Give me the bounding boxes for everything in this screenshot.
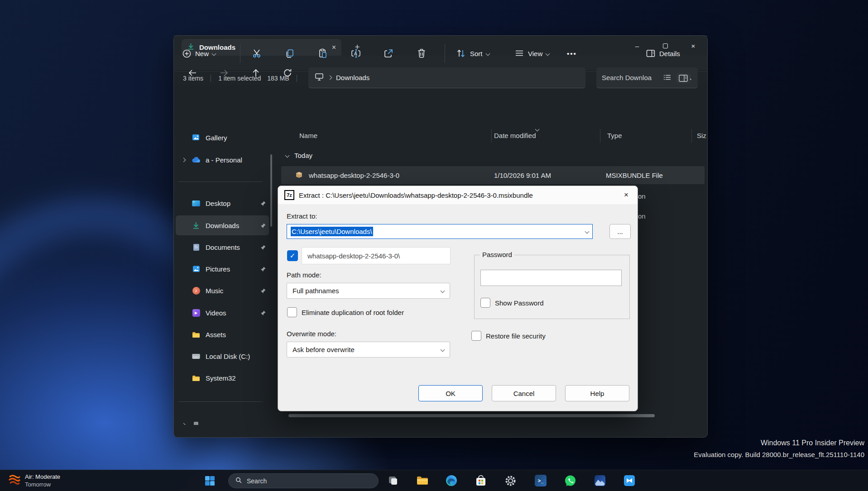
sidebar-item-local-disk-c[interactable]: Local Disk (C:) <box>176 346 269 366</box>
address-bar[interactable]: Downloads <box>308 67 585 88</box>
sidebar-item-gallery[interactable]: Gallery <box>176 128 269 148</box>
sort-button[interactable]: Sort <box>456 48 489 59</box>
sort-direction-icon <box>535 127 540 132</box>
occluded-row-type-fragment: on <box>638 212 646 220</box>
hard-disk-icon <box>191 353 201 359</box>
powershell-icon[interactable]: >_ <box>534 474 547 487</box>
sidebar-item-desktop[interactable]: Desktop <box>176 193 269 213</box>
paste-icon <box>317 48 328 59</box>
pin-icon <box>257 200 269 206</box>
blue-app-icon[interactable] <box>623 474 636 487</box>
maximize-icon <box>663 43 668 48</box>
onedrive-cloud-icon <box>191 157 201 163</box>
device-icon <box>191 421 201 425</box>
overwrite-mode-label: Overwrite mode: <box>287 330 336 338</box>
column-header-type[interactable]: Type <box>607 132 622 139</box>
combobox-chevron-icon[interactable] <box>585 229 590 234</box>
password-input[interactable] <box>480 270 622 286</box>
column-header-size[interactable]: Siz <box>697 132 706 139</box>
pin-icon <box>257 223 269 229</box>
use-subfolder-checkbox[interactable]: ✓ <box>287 250 298 261</box>
rename-button[interactable]: A <box>350 48 362 59</box>
photos-icon[interactable] <box>594 474 606 487</box>
7zip-extract-dialog: 7z Extract : C:\Users\jeetu\Downloads\wh… <box>278 186 638 411</box>
sidebar-item-assets[interactable]: Assets <box>176 324 269 344</box>
show-password-checkbox[interactable] <box>480 298 490 308</box>
sidebar-item-onedrive-personal[interactable]: a - Personal <box>176 150 269 170</box>
paste-button[interactable] <box>317 48 328 59</box>
up-button[interactable] <box>249 66 263 80</box>
horizontal-scrollbar[interactable] <box>288 414 655 417</box>
pictures-icon <box>191 265 201 273</box>
edge-browser-icon[interactable] <box>445 474 458 487</box>
cancel-button[interactable]: Cancel <box>492 385 556 401</box>
plus-circle-icon <box>182 49 192 58</box>
file-explorer-icon[interactable] <box>416 474 429 487</box>
back-button[interactable] <box>185 66 200 80</box>
password-groupbox: Password <box>474 255 630 319</box>
restore-file-security-checkbox[interactable] <box>471 331 481 341</box>
watermark-line1: Windows 11 Pro Insider Preview <box>694 437 864 449</box>
forward-button[interactable] <box>217 66 231 80</box>
collapse-chevron-icon <box>285 153 290 158</box>
large-view-toggle[interactable] <box>676 73 690 83</box>
sidebar-item-clipped[interactable] <box>176 415 269 425</box>
group-header-today[interactable]: Today <box>286 152 312 159</box>
navigation-pane: Gallery a - Personal Desktop D <box>174 125 272 425</box>
sidebar-item-downloads[interactable]: Downloads <box>176 215 269 235</box>
help-button[interactable]: Help <box>565 385 629 401</box>
occluded-row-type-fragment: on <box>638 192 646 200</box>
pin-icon <box>257 266 269 272</box>
weather-widget[interactable]: Air: Moderate Tomorrow <box>8 473 60 488</box>
extract-path-combobox[interactable]: C:\Users\jeetu\Downloads\ <box>287 224 593 239</box>
overwrite-mode-dropdown[interactable]: Ask before overwrite <box>287 342 450 358</box>
details-pane-icon <box>646 48 656 58</box>
close-button[interactable]: × <box>679 36 707 56</box>
browse-button[interactable]: ... <box>609 224 631 239</box>
dialog-title-bar: 7z Extract : C:\Users\jeetu\Downloads\wh… <box>278 186 638 204</box>
subfolder-name-field[interactable]: whatsapp-desktop-2-2546-3-0\ <box>302 247 451 264</box>
column-header-name[interactable]: Name <box>299 132 317 139</box>
start-button[interactable] <box>203 474 216 487</box>
delete-button[interactable] <box>416 48 427 59</box>
eliminate-duplication-checkbox[interactable] <box>287 307 297 317</box>
sidebar-item-system32[interactable]: System32 <box>176 368 269 388</box>
sidebar-item-videos[interactable]: ▶ Videos <box>176 303 269 323</box>
share-button[interactable] <box>383 48 394 59</box>
new-button[interactable]: New <box>182 49 216 58</box>
folder-icon <box>191 331 201 338</box>
tab-close-icon[interactable]: × <box>332 44 336 51</box>
sidebar-item-documents[interactable]: Documents <box>176 237 269 257</box>
sort-icon <box>456 48 466 59</box>
cut-button[interactable] <box>252 48 263 59</box>
sidebar-item-pictures[interactable]: Pictures <box>176 259 269 279</box>
dialog-close-icon[interactable]: × <box>621 191 631 200</box>
show-password-label: Show Password <box>495 299 544 307</box>
details-view-toggle[interactable] <box>663 73 672 83</box>
refresh-button[interactable] <box>280 66 295 80</box>
file-date: 1/10/2026 9:01 AM <box>494 172 551 179</box>
task-view-icon[interactable] <box>387 474 399 487</box>
microsoft-store-icon[interactable] <box>475 474 487 487</box>
ok-button[interactable]: OK <box>418 385 483 401</box>
taskbar-search[interactable]: Search <box>228 473 379 488</box>
more-options-button[interactable]: ••• <box>567 50 577 57</box>
expand-chevron-icon <box>181 423 186 425</box>
path-mode-dropdown[interactable]: Full pathnames <box>287 283 450 299</box>
column-header-date-modified[interactable]: Date modified <box>494 132 536 139</box>
dialog-title: Extract : C:\Users\jeetu\Downloads\whats… <box>299 191 617 199</box>
weather-primary: Air: Moderate <box>25 473 60 481</box>
copy-button[interactable] <box>284 48 295 59</box>
view-button[interactable]: View <box>514 48 549 58</box>
whatsapp-icon[interactable] <box>564 474 576 487</box>
desktop-icon <box>191 200 201 207</box>
file-name: whatsapp-desktop-2-2546-3-0 <box>309 172 399 179</box>
trash-icon <box>416 48 427 59</box>
file-row-selected[interactable]: whatsapp-desktop-2-2546-3-0 1/10/2026 9:… <box>281 166 705 184</box>
details-pane-toggle[interactable]: Details <box>646 48 680 58</box>
settings-gear-icon[interactable] <box>504 474 517 487</box>
extract-to-label: Extract to: <box>287 212 317 220</box>
expand-chevron-icon[interactable] <box>181 157 186 162</box>
sidebar-item-music[interactable]: ♪ Music <box>176 281 269 300</box>
7zip-icon: 7z <box>284 190 294 200</box>
